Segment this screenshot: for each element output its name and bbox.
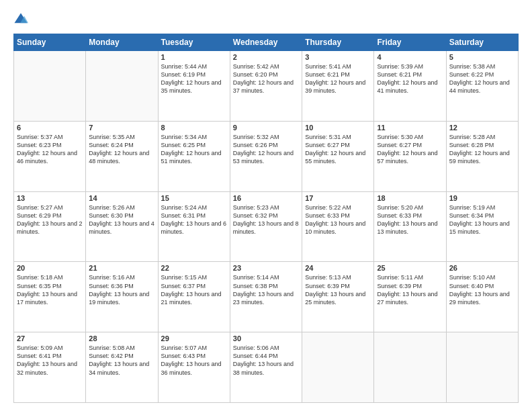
calendar-week-4: 27Sunrise: 5:09 AM Sunset: 6:41 PM Dayli… xyxy=(14,332,519,403)
day-number: 20 xyxy=(17,264,83,272)
day-number: 13 xyxy=(17,194,83,202)
logo xyxy=(13,12,31,27)
day-info: Sunrise: 5:18 AM Sunset: 6:35 PM Dayligh… xyxy=(17,273,83,306)
calendar-cell: 9Sunrise: 5:32 AM Sunset: 6:26 PM Daylig… xyxy=(230,121,302,191)
calendar-cell: 22Sunrise: 5:15 AM Sunset: 6:37 PM Dayli… xyxy=(158,262,230,332)
calendar-cell: 17Sunrise: 5:22 AM Sunset: 6:33 PM Dayli… xyxy=(302,191,374,262)
calendar-cell xyxy=(86,51,158,122)
day-number: 10 xyxy=(305,124,371,132)
day-info: Sunrise: 5:28 AM Sunset: 6:28 PM Dayligh… xyxy=(449,133,515,166)
calendar-cell: 24Sunrise: 5:13 AM Sunset: 6:39 PM Dayli… xyxy=(302,262,374,332)
day-info: Sunrise: 5:34 AM Sunset: 6:25 PM Dayligh… xyxy=(161,133,227,166)
calendar-cell xyxy=(14,51,86,122)
day-number: 27 xyxy=(17,334,83,342)
calendar-header-row: SundayMondayTuesdayWednesdayThursdayFrid… xyxy=(14,34,519,51)
day-number: 28 xyxy=(89,334,154,342)
day-info: Sunrise: 5:44 AM Sunset: 6:19 PM Dayligh… xyxy=(161,62,227,95)
day-info: Sunrise: 5:41 AM Sunset: 6:21 PM Dayligh… xyxy=(305,62,371,95)
calendar-cell: 2Sunrise: 5:42 AM Sunset: 6:20 PM Daylig… xyxy=(230,51,302,122)
day-info: Sunrise: 5:24 AM Sunset: 6:31 PM Dayligh… xyxy=(161,203,227,236)
day-number: 15 xyxy=(161,194,227,202)
calendar-cell: 27Sunrise: 5:09 AM Sunset: 6:41 PM Dayli… xyxy=(14,332,86,403)
calendar-cell: 29Sunrise: 5:07 AM Sunset: 6:43 PM Dayli… xyxy=(158,332,230,403)
day-number: 1 xyxy=(161,53,227,61)
header xyxy=(13,12,519,27)
calendar-header-tuesday: Tuesday xyxy=(158,34,230,51)
day-info: Sunrise: 5:37 AM Sunset: 6:23 PM Dayligh… xyxy=(17,133,83,166)
calendar-cell: 15Sunrise: 5:24 AM Sunset: 6:31 PM Dayli… xyxy=(158,191,230,262)
day-info: Sunrise: 5:38 AM Sunset: 6:22 PM Dayligh… xyxy=(449,62,515,95)
calendar-header-monday: Monday xyxy=(86,34,158,51)
calendar-header-wednesday: Wednesday xyxy=(230,34,302,51)
calendar-header-thursday: Thursday xyxy=(302,34,374,51)
calendar-cell: 13Sunrise: 5:27 AM Sunset: 6:29 PM Dayli… xyxy=(14,191,86,262)
day-info: Sunrise: 5:27 AM Sunset: 6:29 PM Dayligh… xyxy=(17,203,83,236)
day-info: Sunrise: 5:26 AM Sunset: 6:30 PM Dayligh… xyxy=(89,203,154,236)
day-number: 25 xyxy=(377,264,443,272)
day-number: 22 xyxy=(161,264,227,272)
day-info: Sunrise: 5:11 AM Sunset: 6:39 PM Dayligh… xyxy=(377,273,443,306)
calendar-cell: 23Sunrise: 5:14 AM Sunset: 6:38 PM Dayli… xyxy=(230,262,302,332)
day-number: 24 xyxy=(305,264,371,272)
calendar-cell: 20Sunrise: 5:18 AM Sunset: 6:35 PM Dayli… xyxy=(14,262,86,332)
day-info: Sunrise: 5:39 AM Sunset: 6:21 PM Dayligh… xyxy=(377,62,443,95)
day-number: 23 xyxy=(233,264,299,272)
day-number: 18 xyxy=(377,194,443,202)
day-info: Sunrise: 5:16 AM Sunset: 6:36 PM Dayligh… xyxy=(89,273,154,306)
calendar-cell xyxy=(446,332,518,403)
day-info: Sunrise: 5:19 AM Sunset: 6:34 PM Dayligh… xyxy=(449,203,515,236)
page: SundayMondayTuesdayWednesdayThursdayFrid… xyxy=(0,0,532,411)
day-number: 12 xyxy=(449,124,515,132)
day-info: Sunrise: 5:10 AM Sunset: 6:40 PM Dayligh… xyxy=(449,273,515,306)
day-number: 9 xyxy=(233,124,299,132)
day-number: 29 xyxy=(161,334,227,342)
day-info: Sunrise: 5:14 AM Sunset: 6:38 PM Dayligh… xyxy=(233,273,299,306)
day-info: Sunrise: 5:35 AM Sunset: 6:24 PM Dayligh… xyxy=(89,133,154,166)
day-info: Sunrise: 5:06 AM Sunset: 6:44 PM Dayligh… xyxy=(233,344,299,377)
calendar-cell: 7Sunrise: 5:35 AM Sunset: 6:24 PM Daylig… xyxy=(86,121,158,191)
calendar-header-sunday: Sunday xyxy=(14,34,86,51)
calendar-cell: 1Sunrise: 5:44 AM Sunset: 6:19 PM Daylig… xyxy=(158,51,230,122)
calendar-cell: 8Sunrise: 5:34 AM Sunset: 6:25 PM Daylig… xyxy=(158,121,230,191)
calendar-cell: 14Sunrise: 5:26 AM Sunset: 6:30 PM Dayli… xyxy=(86,191,158,262)
day-number: 6 xyxy=(17,124,83,132)
day-number: 7 xyxy=(89,124,154,132)
day-info: Sunrise: 5:15 AM Sunset: 6:37 PM Dayligh… xyxy=(161,273,227,306)
day-number: 21 xyxy=(89,264,154,272)
day-info: Sunrise: 5:42 AM Sunset: 6:20 PM Dayligh… xyxy=(233,62,299,95)
calendar-cell: 11Sunrise: 5:30 AM Sunset: 6:27 PM Dayli… xyxy=(374,121,446,191)
calendar-cell: 4Sunrise: 5:39 AM Sunset: 6:21 PM Daylig… xyxy=(374,51,446,122)
day-info: Sunrise: 5:08 AM Sunset: 6:42 PM Dayligh… xyxy=(89,344,154,377)
day-info: Sunrise: 5:13 AM Sunset: 6:39 PM Dayligh… xyxy=(305,273,371,306)
day-number: 17 xyxy=(305,194,371,202)
calendar-cell xyxy=(374,332,446,403)
day-number: 26 xyxy=(449,264,515,272)
calendar-cell: 6Sunrise: 5:37 AM Sunset: 6:23 PM Daylig… xyxy=(14,121,86,191)
calendar-week-1: 6Sunrise: 5:37 AM Sunset: 6:23 PM Daylig… xyxy=(14,121,519,191)
calendar-cell: 25Sunrise: 5:11 AM Sunset: 6:39 PM Dayli… xyxy=(374,262,446,332)
day-number: 11 xyxy=(377,124,443,132)
calendar-header-saturday: Saturday xyxy=(446,34,518,51)
day-info: Sunrise: 5:23 AM Sunset: 6:32 PM Dayligh… xyxy=(233,203,299,236)
day-number: 2 xyxy=(233,53,299,61)
calendar-cell: 26Sunrise: 5:10 AM Sunset: 6:40 PM Dayli… xyxy=(446,262,518,332)
calendar-week-3: 20Sunrise: 5:18 AM Sunset: 6:35 PM Dayli… xyxy=(14,262,519,332)
day-info: Sunrise: 5:22 AM Sunset: 6:33 PM Dayligh… xyxy=(305,203,371,236)
day-number: 14 xyxy=(89,194,154,202)
calendar-table: SundayMondayTuesdayWednesdayThursdayFrid… xyxy=(13,34,519,403)
calendar-header-friday: Friday xyxy=(374,34,446,51)
calendar-week-2: 13Sunrise: 5:27 AM Sunset: 6:29 PM Dayli… xyxy=(14,191,519,262)
calendar-cell: 28Sunrise: 5:08 AM Sunset: 6:42 PM Dayli… xyxy=(86,332,158,403)
logo-icon xyxy=(13,12,28,27)
day-number: 5 xyxy=(449,53,515,61)
calendar-week-0: 1Sunrise: 5:44 AM Sunset: 6:19 PM Daylig… xyxy=(14,51,519,122)
day-info: Sunrise: 5:31 AM Sunset: 6:27 PM Dayligh… xyxy=(305,133,371,166)
day-info: Sunrise: 5:07 AM Sunset: 6:43 PM Dayligh… xyxy=(161,344,227,377)
calendar-cell: 21Sunrise: 5:16 AM Sunset: 6:36 PM Dayli… xyxy=(86,262,158,332)
day-number: 3 xyxy=(305,53,371,61)
calendar-cell: 16Sunrise: 5:23 AM Sunset: 6:32 PM Dayli… xyxy=(230,191,302,262)
day-info: Sunrise: 5:32 AM Sunset: 6:26 PM Dayligh… xyxy=(233,133,299,166)
day-number: 30 xyxy=(233,334,299,342)
calendar-cell: 3Sunrise: 5:41 AM Sunset: 6:21 PM Daylig… xyxy=(302,51,374,122)
calendar-cell: 5Sunrise: 5:38 AM Sunset: 6:22 PM Daylig… xyxy=(446,51,518,122)
